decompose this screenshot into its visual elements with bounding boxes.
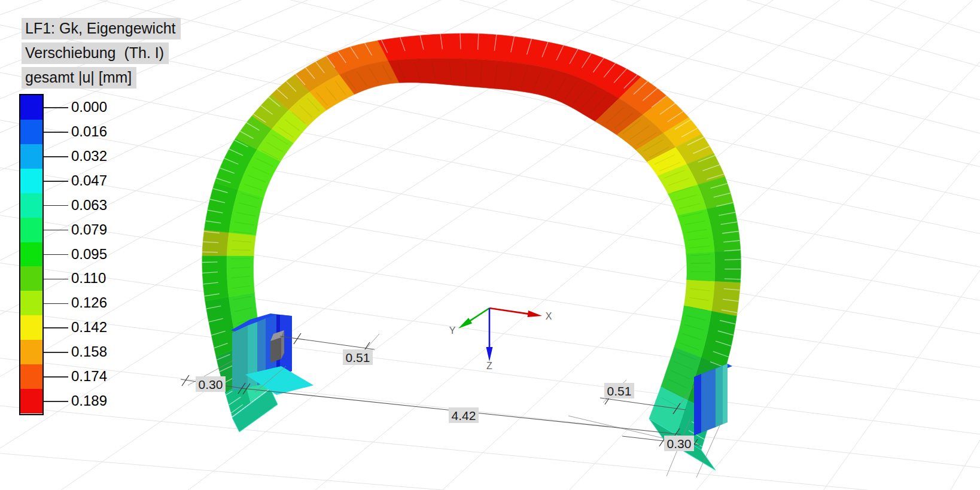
- arch-segment-inner-face: [686, 252, 715, 281]
- legend-color-scale: [19, 94, 44, 415]
- legend-color-band: [20, 95, 42, 120]
- legend-color-band: [20, 291, 42, 315]
- right-support-face: [723, 364, 728, 424]
- legend-value: 0.016: [71, 123, 107, 140]
- right-support-face: [701, 369, 716, 433]
- dimension-label: 0.30: [199, 378, 223, 391]
- axis-label-x: X: [546, 311, 552, 321]
- arch-mesh-tick: [202, 252, 218, 252]
- legend-tick: [44, 205, 68, 206]
- legend-tick: [44, 401, 68, 402]
- legend-value: 0.110: [71, 270, 106, 287]
- legend-tick: [44, 327, 68, 328]
- legend-tick: [44, 352, 68, 353]
- legend-color-band: [20, 340, 42, 364]
- legend-value: 0.079: [71, 221, 107, 238]
- axis-label-z: Z: [486, 361, 492, 371]
- axis-label-y: Y: [449, 325, 456, 336]
- legend-color-band: [20, 193, 42, 218]
- legend-color-band: [20, 144, 42, 169]
- legend-value: 0.095: [71, 245, 107, 262]
- result-unit-title: gesamt |u| [mm]: [22, 67, 136, 89]
- legend-tick: [44, 107, 68, 108]
- legend-color-band: [20, 169, 42, 193]
- legend-tick: [44, 230, 68, 231]
- loadcase-title: LF1: Gk, Eigengewicht: [22, 18, 181, 39]
- dimension-label: 0.51: [346, 351, 370, 364]
- arch-segment-outer-face: [714, 250, 741, 282]
- arch-segment-inner-face: [227, 255, 254, 297]
- legend-value: 0.000: [71, 99, 107, 115]
- legend-tick: [44, 132, 68, 133]
- dimension-label: 0.51: [607, 384, 632, 398]
- legend-color-band: [20, 242, 42, 267]
- result-title-block: LF1: Gk, Eigengewicht Verschiebung (Th. …: [22, 18, 181, 92]
- legend-value: 0.158: [71, 343, 107, 360]
- legend-color-band: [20, 266, 42, 291]
- dimension-label: 0.30: [667, 437, 692, 451]
- legend-tick: [44, 181, 68, 182]
- viewport-3d[interactable]: 0.510.304.420.510.30XYZ LF1: Gk, Eigenge…: [0, 0, 980, 490]
- legend-value: 0.047: [71, 172, 107, 189]
- legend-tick: [44, 254, 68, 255]
- arch-mesh-tick: [202, 262, 218, 263]
- right-support-face: [694, 374, 701, 436]
- arch-mesh-tick: [460, 34, 461, 49]
- legend-color-band: [20, 315, 42, 340]
- legend-value: 0.174: [71, 368, 107, 385]
- legend-color-band: [20, 364, 42, 389]
- legend-value: 0.032: [71, 148, 107, 165]
- legend-tick: [44, 303, 68, 305]
- left-support-face: [270, 337, 281, 363]
- legend-value: 0.126: [71, 294, 107, 311]
- legend-value: 0.189: [71, 392, 107, 409]
- legend-value: 0.142: [71, 319, 107, 336]
- result-type-title: Verschiebung (Th. I): [22, 42, 169, 64]
- legend-color-band: [20, 120, 42, 144]
- right-support-face: [716, 366, 723, 427]
- dimension-label: 4.42: [452, 409, 476, 422]
- legend-color-band: [20, 218, 42, 242]
- legend-value: 0.063: [71, 197, 107, 214]
- legend-tick: [44, 376, 68, 378]
- legend-color-band: [20, 389, 42, 413]
- legend-tick: [44, 156, 68, 157]
- left-support-face: [232, 325, 248, 391]
- legend-tick: [44, 279, 68, 280]
- arch-segment-inner-face: [227, 233, 255, 256]
